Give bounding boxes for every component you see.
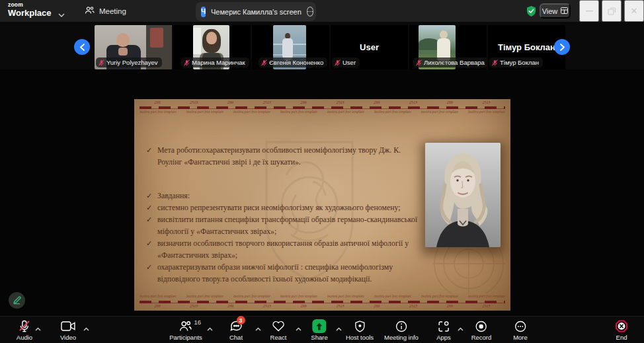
decor-item: bushra puri free template <box>327 110 364 116</box>
decor-item: 2513 <box>409 304 417 309</box>
video-tile-user[interactable]: User User <box>331 25 408 69</box>
participants-icon: 16 <box>179 319 192 333</box>
more-button[interactable]: More <box>513 319 528 341</box>
audio-button[interactable]: Audio <box>17 319 32 341</box>
task-bullet: визначити особливості творчого використа… <box>146 237 424 261</box>
tab-shared-screen[interactable]: Ч Чемерис Камилла's screen <box>196 2 316 21</box>
presentation-slide: 29925132992513299251329925132992513 bush… <box>134 99 510 311</box>
react-options-caret[interactable] <box>296 323 302 333</box>
participant-name-badge: Yuriy Polyezhayev <box>96 57 162 67</box>
participant-name-badge: Лихолєтова Варвара <box>413 57 487 67</box>
task-bullet: системно репрезентувати риси неоміфологі… <box>146 202 424 213</box>
meeting-toolbar: Audio Video 16 P <box>0 316 644 343</box>
zoom-meeting-window: zoom Workplace Meeting Ч Чемерис Камилла… <box>0 0 644 343</box>
share-options-caret[interactable] <box>336 323 342 333</box>
template-watermark-text: bushra puri free templatebushra puri fre… <box>140 294 505 300</box>
heart-icon <box>272 319 284 333</box>
task-bullet: охарактеризувати образи нижчої міфології… <box>146 261 424 285</box>
video-tile-lykholietova[interactable]: Лихолєтова Варвара <box>409 25 487 69</box>
meeting-info-button[interactable]: Meeting info <box>384 319 419 341</box>
annotate-button[interactable] <box>9 292 25 309</box>
template-watermark-text: bushra puri free templatebushra puri fre… <box>140 110 505 116</box>
chat-button[interactable]: 3 Chat <box>229 319 243 341</box>
decor-item: 2513 <box>263 304 271 309</box>
video-tile-yevheniia[interactable]: Євгенія Кононенко <box>252 25 329 69</box>
restore-button[interactable] <box>602 0 622 22</box>
decor-item: 299 <box>447 100 453 106</box>
goal-bullet: Мета роботи:охарактеризувати особливості… <box>146 144 424 168</box>
decor-item: 299 <box>227 100 233 106</box>
logo-zoom-text: zoom <box>8 2 52 8</box>
chevron-down-icon[interactable] <box>58 9 65 13</box>
view-label: View <box>542 7 558 15</box>
decor-item: bushra puri free template <box>327 294 364 300</box>
decor-item: 2513 <box>190 304 198 309</box>
decor-item: 299 <box>154 304 160 309</box>
tab-meeting[interactable]: Meeting <box>79 0 132 22</box>
video-button[interactable]: Video <box>60 319 76 341</box>
participant-name: Марина Маринчак <box>192 59 245 66</box>
decor-item: bushra puri free template <box>140 110 177 116</box>
decor-item: bushra puri free template <box>374 110 411 116</box>
more-label: More <box>513 334 528 341</box>
decor-item: 2513 <box>483 304 491 309</box>
more-icon <box>514 319 526 333</box>
muted-mic-icon <box>335 59 341 66</box>
close-button[interactable]: ✕ <box>624 0 644 22</box>
participant-name: Yuriy Polyezhayev <box>106 59 158 66</box>
apps-options-caret[interactable] <box>458 323 463 333</box>
participants-filmstrip: Yuriy Polyezhayev Марина Маринчак <box>0 22 644 69</box>
decorative-numbers: 29925132992513299251329925132992513 <box>140 304 505 309</box>
view-layout-icon <box>561 7 568 15</box>
audio-options-caret[interactable] <box>35 323 41 333</box>
end-button[interactable]: End <box>616 319 628 341</box>
participants-options-caret[interactable] <box>207 323 213 333</box>
participant-name: User <box>342 59 356 66</box>
share-screen-icon <box>312 319 326 333</box>
meeting-info-label: Meeting info <box>384 334 419 341</box>
info-icon <box>395 319 407 333</box>
decor-item: 2513 <box>336 304 344 309</box>
participants-label: Participants <box>169 334 202 341</box>
record-icon <box>475 319 487 333</box>
host-tools-button[interactable]: Host tools <box>346 319 374 341</box>
decor-item: bushra puri free template <box>468 294 505 300</box>
decor-item: 299 <box>374 100 380 106</box>
tab-options-icon[interactable] <box>307 7 313 17</box>
decor-item: bushra puri free template <box>421 294 458 300</box>
participants-button[interactable]: 16 Participants <box>169 319 202 341</box>
audio-label: Audio <box>17 334 32 341</box>
decor-item: 2513 <box>263 100 271 106</box>
record-label: Record <box>471 334 492 341</box>
participant-name: Тімур Боклан <box>500 59 539 66</box>
next-videos-button[interactable] <box>554 39 570 55</box>
decor-item: 2513 <box>336 100 344 106</box>
zoom-workplace-logo: zoom Workplace <box>8 2 52 17</box>
share-button[interactable]: Share <box>311 319 327 341</box>
participant-name: Лихолєтова Варвара <box>424 59 485 66</box>
decor-item: bushra puri free template <box>280 110 317 116</box>
chat-options-caret[interactable] <box>255 323 261 333</box>
participant-name-badge: Тімур Боклан <box>489 57 543 67</box>
end-call-icon <box>616 319 628 333</box>
react-button[interactable]: React <box>270 319 287 341</box>
decor-item: bushra puri free template <box>374 294 411 300</box>
video-tile-yuriy[interactable]: Yuriy Polyezhayev <box>95 25 172 69</box>
previous-videos-button[interactable] <box>74 39 90 55</box>
muted-mic-icon <box>492 59 498 66</box>
security-shield-icon[interactable] <box>526 5 537 20</box>
pencil-icon <box>13 296 21 305</box>
muted-mic-icon <box>184 59 190 66</box>
view-button[interactable]: View <box>540 3 571 19</box>
decor-item: bushra puri free template <box>140 294 177 300</box>
video-tile-maryna[interactable]: Марина Маринчак <box>173 25 251 69</box>
decor-item: 299 <box>374 304 380 309</box>
decor-item: 299 <box>447 304 453 309</box>
record-button[interactable]: Record <box>471 319 492 341</box>
video-options-caret[interactable] <box>83 323 89 333</box>
share-label: Share <box>311 334 327 341</box>
decor-item: 2513 <box>409 100 417 106</box>
decorative-numbers: 29925132992513299251329925132992513 <box>140 100 505 106</box>
minimize-button[interactable] <box>579 0 599 22</box>
apps-button[interactable]: Apps <box>436 319 451 341</box>
